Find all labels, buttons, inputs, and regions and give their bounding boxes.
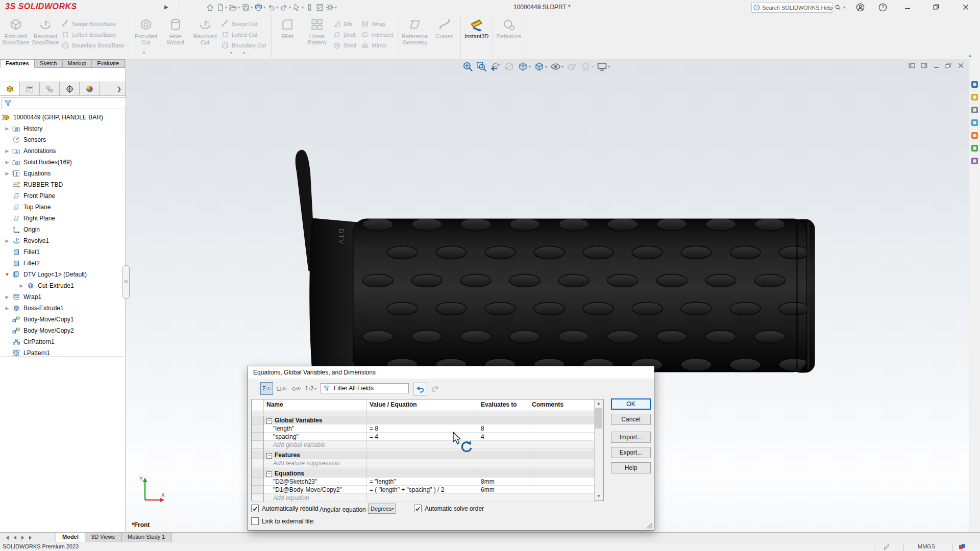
- tree-expand-icon[interactable]: ▼: [2, 272, 12, 277]
- ribbon-button-rib[interactable]: Rib: [332, 18, 360, 29]
- table-row[interactable]: "length"= 88: [252, 424, 603, 433]
- search-icon[interactable]: [835, 4, 841, 11]
- tab-evaluate[interactable]: Evaluate: [92, 59, 125, 68]
- ribbon-button-curves[interactable]: Curves: [430, 15, 459, 59]
- row-header-cell[interactable]: [252, 478, 264, 486]
- design-library-icon[interactable]: [971, 93, 978, 101]
- undo-button[interactable]: ▾: [266, 2, 279, 13]
- unit-system-label[interactable]: MMGS: [918, 543, 935, 549]
- doc-pane-left-icon[interactable]: [909, 62, 915, 69]
- doc-tab-motion-study-1[interactable]: Motion Study 1: [121, 533, 172, 542]
- equation-cell[interactable]: = ( "length" + "spacing" ) / 2: [367, 486, 478, 494]
- section-name-cell[interactable]: −Equations: [264, 469, 367, 478]
- row-header-cell[interactable]: [252, 494, 264, 502]
- tree-item-origin[interactable]: Origin: [0, 224, 125, 235]
- ribbon-button-extruded-cut[interactable]: Extruded Cut: [131, 15, 161, 59]
- first-tab-icon[interactable]: [4, 535, 9, 540]
- tree-item-wrap1[interactable]: ▶Wrap1: [0, 291, 125, 303]
- print-button[interactable]: ▾: [254, 2, 266, 13]
- equation-view-toggle[interactable]: Σ: [260, 382, 273, 395]
- select-button[interactable]: ▾: [292, 2, 304, 13]
- tree-item-sensors[interactable]: Sensors: [0, 134, 125, 145]
- redo-button[interactable]: ▾: [279, 2, 291, 13]
- flyout-caret-icon[interactable]: ▾: [143, 51, 145, 55]
- dialog-filter-box[interactable]: [321, 383, 409, 393]
- name-cell[interactable]: Add global variable: [264, 441, 367, 449]
- ribbon-button-swept-cut[interactable]: Swept Cut: [220, 18, 270, 29]
- tree-item-top-plane[interactable]: Top Plane: [0, 202, 125, 213]
- table-scrollbar[interactable]: ▲ ▼: [594, 399, 603, 500]
- ok-button[interactable]: OK: [611, 398, 651, 410]
- search-box[interactable]: ? Search SOLIDWORKS Help ▾: [751, 2, 833, 13]
- name-cell[interactable]: "D2@Sketch23": [264, 478, 367, 486]
- sketch-equation-view-toggle[interactable]: ▢: [275, 382, 288, 395]
- ribbon-button-swept-boss-base[interactable]: Swept Boss/Base: [60, 18, 129, 29]
- ribbon-button-hole-wizard[interactable]: Hole Wizard: [161, 15, 190, 59]
- section-name-cell[interactable]: −Global Variables: [264, 416, 367, 424]
- tree-item-front-plane[interactable]: Front Plane: [0, 190, 125, 202]
- ribbon-button-shell[interactable]: Shell: [332, 40, 360, 51]
- ordered-view-toggle[interactable]: 1↓2: [305, 382, 317, 395]
- dialog-resize-grip[interactable]: [646, 522, 653, 529]
- ribbon-button-boundary-cut[interactable]: Boundary Cut: [220, 40, 270, 51]
- collapse-icon[interactable]: −: [266, 453, 272, 459]
- ribbon-button-linear-pattern[interactable]: Linear Pattern: [302, 15, 332, 59]
- angular-units-select[interactable]: Degrees ▾: [368, 504, 396, 514]
- auto-rebuild-checkbox[interactable]: Automatically rebuild: [251, 505, 318, 512]
- table-row[interactable]: −Global Variables: [252, 416, 603, 424]
- tree-item-rubber-tbd[interactable]: RUBBER TBD: [0, 179, 125, 190]
- tree-item-revolve1[interactable]: ▶Revolve1: [0, 235, 125, 246]
- tree-item-solid-bodies-169-[interactable]: ▶Solid Bodies(169): [0, 157, 125, 168]
- doc-restore-icon[interactable]: [945, 62, 952, 69]
- resources-icon[interactable]: [971, 81, 978, 88]
- tree-item-boss-extrude1[interactable]: ▶Boss-Extrude1: [0, 303, 125, 314]
- name-cell[interactable]: "spacing": [264, 433, 367, 441]
- configurationmanager-tab[interactable]: [40, 82, 60, 95]
- appearances-icon[interactable]: [971, 132, 978, 139]
- table-row[interactable]: "D2@Sketch23"= "length"8mm: [252, 478, 603, 486]
- ribbon-button-mirror[interactable]: Mirror: [360, 40, 397, 51]
- tab-markup[interactable]: Markup: [63, 59, 92, 68]
- zoom-fit-button[interactable]: [462, 61, 473, 72]
- home-button[interactable]: [205, 2, 215, 13]
- name-cell[interactable]: "D1@Body-Move/Copy2": [264, 486, 367, 494]
- open-file-button[interactable]: ▾: [228, 2, 240, 13]
- comment-cell[interactable]: [529, 478, 595, 486]
- tree-expand-icon[interactable]: ▶: [2, 160, 12, 165]
- equation-cell[interactable]: [367, 494, 478, 502]
- tree-item-fillet2[interactable]: Fillet2: [0, 258, 125, 269]
- ribbon-button-draft[interactable]: Draft: [332, 29, 360, 40]
- ribbon-button-boundary-boss-base[interactable]: Boundary Boss/Base: [60, 40, 129, 51]
- login-button[interactable]: [851, 0, 869, 14]
- collapse-icon[interactable]: −: [266, 418, 272, 424]
- equation-cell[interactable]: = "length": [367, 478, 478, 486]
- comment-cell[interactable]: [529, 441, 595, 449]
- displaymanager-tab[interactable]: [80, 82, 100, 95]
- row-header-cell[interactable]: [252, 433, 264, 441]
- search-caret-icon[interactable]: ▾: [843, 5, 845, 10]
- touch-mode-button[interactable]: [305, 2, 314, 13]
- tab-sketch[interactable]: Sketch: [35, 59, 63, 68]
- comment-cell[interactable]: [529, 494, 595, 502]
- column-header-name[interactable]: Name: [264, 399, 367, 411]
- tree-item-cut-extrude1[interactable]: ▶Cut-Extrude1: [0, 280, 125, 291]
- view-settings-button[interactable]: ▾: [597, 61, 610, 72]
- hide-show-items-button[interactable]: ▾: [550, 61, 564, 72]
- previous-view-button[interactable]: [490, 61, 501, 72]
- tree-item-dtv-logo-1-default-[interactable]: ▼DTV Logo<1> (Default): [0, 269, 125, 280]
- tree-item-body-move-copy2[interactable]: Body-Move/Copy2: [0, 325, 125, 336]
- section-name-cell[interactable]: −Features: [264, 451, 367, 459]
- ribbon-button-lofted-boss-base[interactable]: Lofted Boss/Base: [60, 29, 129, 40]
- tree-expand-icon[interactable]: ▶: [2, 148, 12, 154]
- export-button[interactable]: Export...: [611, 447, 651, 458]
- ribbon-button-fillet[interactable]: Fillet: [273, 15, 302, 59]
- help-button[interactable]: ?: [874, 0, 891, 14]
- zoom-area-button[interactable]: [476, 61, 487, 72]
- row-header-cell[interactable]: [252, 416, 264, 424]
- name-cell[interactable]: "length": [264, 424, 367, 433]
- panel-tabs-expand-icon[interactable]: ❯: [100, 82, 126, 95]
- flyout-caret-icon[interactable]: ▾: [230, 51, 232, 55]
- ribbon-button-revolved-cut[interactable]: Revolved Cut: [190, 15, 220, 59]
- comment-cell[interactable]: [529, 459, 595, 467]
- last-tab-icon[interactable]: [29, 535, 34, 540]
